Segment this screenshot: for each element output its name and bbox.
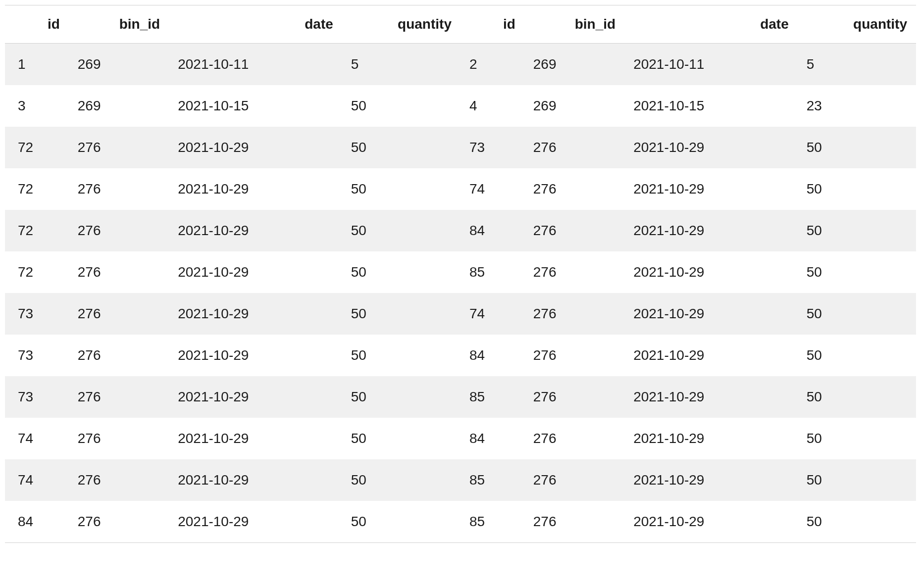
table-cell: 50 xyxy=(798,293,916,335)
table-cell: 84 xyxy=(460,210,524,251)
table-cell: 72 xyxy=(5,127,69,168)
table-cell: 50 xyxy=(798,168,916,210)
table-cell: 276 xyxy=(69,127,169,168)
table-cell: 2021-10-29 xyxy=(169,418,342,459)
table-cell: 50 xyxy=(342,418,460,459)
table-cell: 2021-10-29 xyxy=(624,459,798,501)
table-row: 842762021-10-2950852762021-10-2950 xyxy=(5,501,916,542)
table-cell: 2 xyxy=(460,44,524,86)
table-row: 732762021-10-2950852762021-10-2950 xyxy=(5,376,916,418)
table-cell: 276 xyxy=(69,335,169,376)
data-table-container: id bin_id date quantity id bin_id date q… xyxy=(5,5,916,543)
table-cell: 2021-10-29 xyxy=(624,501,798,542)
table-row: 722762021-10-2950842762021-10-2950 xyxy=(5,210,916,251)
column-header: quantity xyxy=(798,5,916,44)
table-cell: 73 xyxy=(5,335,69,376)
table-cell: 2021-10-29 xyxy=(169,376,342,418)
table-cell: 84 xyxy=(5,501,69,542)
table-cell: 72 xyxy=(5,168,69,210)
table-cell: 276 xyxy=(69,418,169,459)
table-cell: 276 xyxy=(524,210,624,251)
table-cell: 1 xyxy=(5,44,69,86)
table-cell: 50 xyxy=(342,501,460,542)
table-cell: 2021-10-29 xyxy=(624,210,798,251)
table-cell: 276 xyxy=(524,501,624,542)
table-cell: 276 xyxy=(524,418,624,459)
table-cell: 73 xyxy=(460,127,524,168)
table-cell: 50 xyxy=(798,501,916,542)
column-header: bin_id xyxy=(524,5,624,44)
table-cell: 50 xyxy=(342,85,460,127)
table-cell: 50 xyxy=(342,168,460,210)
table-cell: 72 xyxy=(5,210,69,251)
table-cell: 50 xyxy=(342,210,460,251)
table-cell: 50 xyxy=(342,376,460,418)
table-cell: 2021-10-29 xyxy=(169,210,342,251)
table-cell: 50 xyxy=(798,127,916,168)
table-cell: 50 xyxy=(798,335,916,376)
table-cell: 276 xyxy=(69,376,169,418)
table-cell: 74 xyxy=(5,418,69,459)
table-cell: 276 xyxy=(524,293,624,335)
table-cell: 276 xyxy=(69,501,169,542)
table-row: 722762021-10-2950742762021-10-2950 xyxy=(5,168,916,210)
table-cell: 73 xyxy=(5,293,69,335)
table-cell: 269 xyxy=(524,44,624,86)
table-cell: 84 xyxy=(460,335,524,376)
table-row: 12692021-10-11522692021-10-115 xyxy=(5,44,916,86)
table-cell: 276 xyxy=(69,210,169,251)
table-cell: 50 xyxy=(798,376,916,418)
column-header: id xyxy=(460,5,524,44)
table-cell: 4 xyxy=(460,85,524,127)
table-cell: 85 xyxy=(460,376,524,418)
table-cell: 269 xyxy=(69,85,169,127)
table-cell: 2021-10-29 xyxy=(169,127,342,168)
table-cell: 2021-10-29 xyxy=(624,251,798,293)
table-cell: 72 xyxy=(5,251,69,293)
table-cell: 2021-10-29 xyxy=(169,293,342,335)
table-row: 722762021-10-2950732762021-10-2950 xyxy=(5,127,916,168)
table-row: 732762021-10-2950842762021-10-2950 xyxy=(5,335,916,376)
table-cell: 50 xyxy=(342,459,460,501)
table-cell: 2021-10-29 xyxy=(624,376,798,418)
column-header: id xyxy=(5,5,69,44)
table-cell: 50 xyxy=(342,335,460,376)
table-cell: 2021-10-29 xyxy=(624,335,798,376)
table-cell: 276 xyxy=(524,127,624,168)
table-cell: 50 xyxy=(342,293,460,335)
table-cell: 2021-10-29 xyxy=(169,335,342,376)
table-cell: 5 xyxy=(798,44,916,86)
table-cell: 2021-10-11 xyxy=(624,44,798,86)
table-cell: 74 xyxy=(5,459,69,501)
table-cell: 23 xyxy=(798,85,916,127)
table-cell: 74 xyxy=(460,168,524,210)
table-cell: 269 xyxy=(69,44,169,86)
table-cell: 50 xyxy=(342,127,460,168)
table-cell: 50 xyxy=(342,251,460,293)
table-cell: 2021-10-29 xyxy=(169,251,342,293)
table-cell: 3 xyxy=(5,85,69,127)
table-cell: 73 xyxy=(5,376,69,418)
table-cell: 50 xyxy=(798,210,916,251)
table-cell: 276 xyxy=(69,459,169,501)
table-cell: 50 xyxy=(798,418,916,459)
table-cell: 85 xyxy=(460,251,524,293)
table-cell: 2021-10-29 xyxy=(169,168,342,210)
table-cell: 5 xyxy=(342,44,460,86)
table-cell: 276 xyxy=(524,376,624,418)
table-cell: 276 xyxy=(69,251,169,293)
table-cell: 2021-10-29 xyxy=(624,168,798,210)
column-header: date xyxy=(624,5,798,44)
table-cell: 276 xyxy=(524,459,624,501)
table-cell: 276 xyxy=(69,293,169,335)
table-cell: 2021-10-29 xyxy=(624,418,798,459)
table-row: 722762021-10-2950852762021-10-2950 xyxy=(5,251,916,293)
table-row: 32692021-10-155042692021-10-1523 xyxy=(5,85,916,127)
table-cell: 2021-10-29 xyxy=(169,459,342,501)
table-row: 732762021-10-2950742762021-10-2950 xyxy=(5,293,916,335)
table-cell: 85 xyxy=(460,459,524,501)
table-row: 742762021-10-2950842762021-10-2950 xyxy=(5,418,916,459)
table-cell: 2021-10-15 xyxy=(624,85,798,127)
table-cell: 2021-10-29 xyxy=(169,501,342,542)
data-table: id bin_id date quantity id bin_id date q… xyxy=(5,5,916,542)
